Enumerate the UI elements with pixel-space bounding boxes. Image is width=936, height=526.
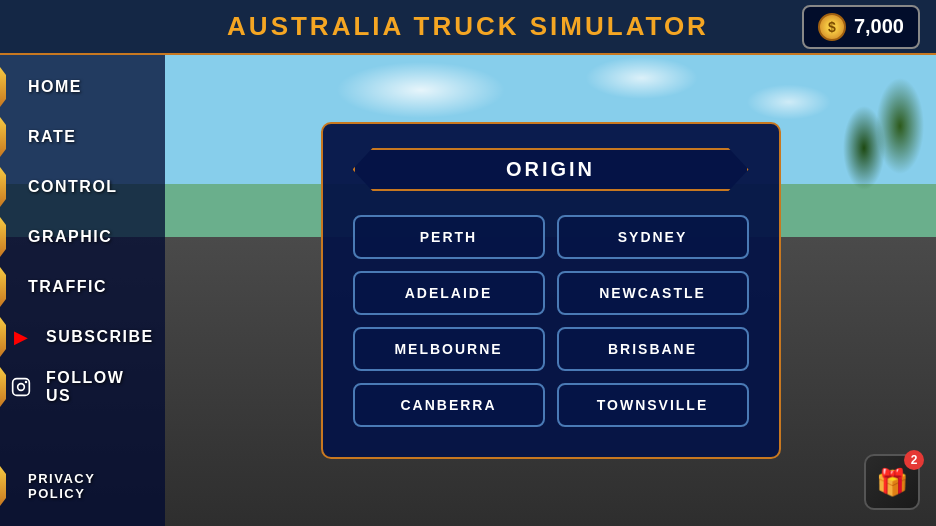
- sidebar-label-privacy: PRIVACY POLICY: [28, 471, 151, 501]
- sidebar-item-rate[interactable]: RATE: [0, 113, 165, 161]
- sidebar-label-graphic: GRAPHIC: [28, 228, 112, 246]
- sidebar-item-privacy[interactable]: PRIVACY POLICY: [0, 462, 165, 510]
- sidebar-item-graphic[interactable]: GRAPHIC: [0, 213, 165, 261]
- city-button-sydney[interactable]: SYDNEY: [557, 215, 749, 259]
- sidebar-item-subscribe[interactable]: ▶ SUBSCRIBE: [0, 313, 165, 361]
- gift-button[interactable]: 🎁 2: [864, 454, 920, 510]
- sidebar-label-follow-us: FOLLOW US: [46, 369, 151, 405]
- origin-dialog: ORIGIN PERTH SYDNEY ADELAIDE NEWCASTLE M…: [321, 122, 781, 459]
- city-button-melbourne[interactable]: MELBOURNE: [353, 327, 545, 371]
- sidebar-label-traffic: TRAFFIC: [28, 278, 107, 296]
- sidebar: HOME RATE CONTROL GRAPHIC TRAFFIC ▶ SUBS…: [0, 55, 165, 526]
- coin-symbol: $: [828, 19, 836, 35]
- sidebar-item-traffic[interactable]: TRAFFIC: [0, 263, 165, 311]
- coin-icon: $: [818, 13, 846, 41]
- city-button-brisbane[interactable]: BRISBANE: [557, 327, 749, 371]
- city-button-canberra[interactable]: CANBERRA: [353, 383, 545, 427]
- svg-point-1: [18, 384, 25, 391]
- city-grid: PERTH SYDNEY ADELAIDE NEWCASTLE MELBOURN…: [353, 215, 749, 427]
- currency-display: $ 7,000: [802, 5, 920, 49]
- city-button-perth[interactable]: PERTH: [353, 215, 545, 259]
- sidebar-label-control: CONTROL: [28, 178, 118, 196]
- origin-title-wrap: ORIGIN: [353, 148, 749, 191]
- city-button-adelaide[interactable]: ADELAIDE: [353, 271, 545, 315]
- app-title: AUSTRALIA TRUCK SIMULATOR: [227, 11, 709, 42]
- sidebar-label-subscribe: SUBSCRIBE: [46, 328, 154, 346]
- instagram-icon: [10, 376, 32, 398]
- origin-title: ORIGIN: [506, 158, 595, 180]
- sidebar-label-home: HOME: [28, 78, 82, 96]
- city-button-townsville[interactable]: TOWNSVILLE: [557, 383, 749, 427]
- youtube-icon: ▶: [10, 326, 32, 348]
- origin-title-bg: ORIGIN: [353, 148, 749, 191]
- sidebar-item-follow-us[interactable]: FOLLOW US: [0, 363, 165, 411]
- sidebar-item-control[interactable]: CONTROL: [0, 163, 165, 211]
- header: AUSTRALIA TRUCK SIMULATOR $ 7,000: [0, 0, 936, 55]
- city-button-newcastle[interactable]: NEWCASTLE: [557, 271, 749, 315]
- sidebar-item-home[interactable]: HOME: [0, 63, 165, 111]
- currency-amount: 7,000: [854, 15, 904, 38]
- svg-point-2: [25, 381, 28, 384]
- main-content: ORIGIN PERTH SYDNEY ADELAIDE NEWCASTLE M…: [165, 55, 936, 526]
- gift-icon: 🎁: [876, 467, 908, 498]
- sidebar-label-rate: RATE: [28, 128, 76, 146]
- gift-badge: 2: [904, 450, 924, 470]
